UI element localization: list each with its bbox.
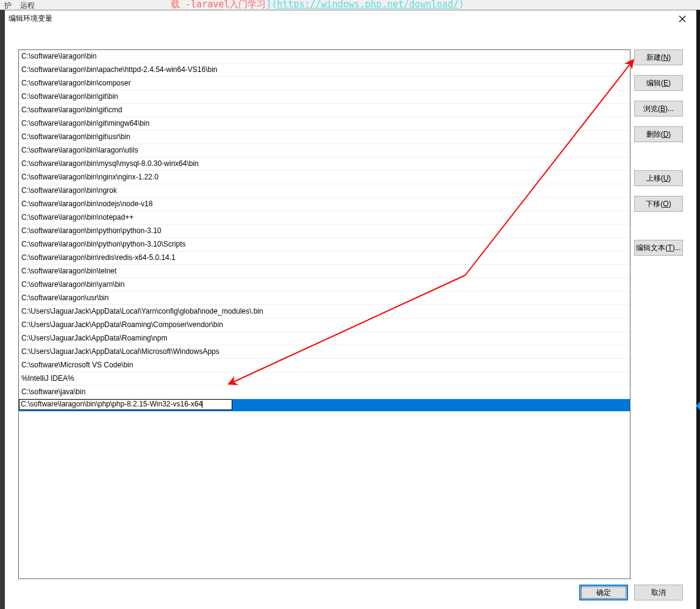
env-edit-dialog: 编辑环境变量 C:\software\laragon\binC:\softwar… [5, 10, 696, 609]
list-item[interactable]: C:\software\laragon\bin\git\mingw64\bin [19, 117, 630, 131]
list-item[interactable]: C:\software\laragon\bin\nginx\nginx-1.22… [19, 171, 630, 184]
path-edit-input[interactable]: C:\software\laragon\bin\php\php-8.2.15-W… [19, 399, 232, 410]
ok-button[interactable]: 确定 [579, 585, 628, 600]
list-item[interactable]: C:\software\laragon\bin\git\cmd [19, 104, 630, 117]
list-item[interactable]: C:\Users\JaguarJack\AppData\Local\Micros… [19, 345, 630, 359]
background-url-text: 载 -laravel入门学习](https://windows.php.net/… [171, 0, 464, 11]
close-button[interactable] [668, 10, 696, 27]
list-item[interactable]: C:\software\Microsoft VS Code\bin [19, 359, 630, 372]
dialog-title: 编辑环境变量 [9, 14, 52, 24]
edit-button[interactable]: 编辑(E) [634, 75, 683, 91]
list-item[interactable]: C:\software\laragon\bin\python\python-3.… [19, 225, 630, 238]
dialog-content: C:\software\laragon\binC:\software\larag… [5, 27, 696, 609]
list-item[interactable]: C:\Users\JaguarJack\AppData\Local\Yarn\c… [19, 305, 630, 319]
list-item[interactable]: C:\software\laragon\bin\apache\httpd-2.4… [19, 63, 630, 77]
list-item[interactable]: C:\software\laragon\bin\mysql\mysql-8.0.… [19, 157, 630, 171]
movedown-button[interactable]: 下移(O) [634, 196, 683, 212]
list-item[interactable]: C:\Users\JaguarJack\AppData\Roaming\Comp… [19, 319, 630, 332]
list-item[interactable]: C:\software\laragon\bin\redis\redis-x64-… [19, 251, 630, 265]
background-left-strip [0, 10, 5, 609]
list-item-editing[interactable]: C:\software\laragon\bin\php\php-8.2.15-W… [19, 399, 630, 411]
side-button-group: 新建(N) 编辑(E) 浏览(B)... 删除(D) 上移(U) 下移(O) 编… [634, 49, 683, 265]
list-item[interactable]: C:\software\laragon\bin\git\usr\bin [19, 131, 630, 144]
titlebar: 编辑环境变量 [5, 10, 696, 27]
list-item[interactable]: C:\software\laragon\bin\laragon\utils [19, 144, 630, 157]
list-item[interactable]: C:\software\laragon\bin\python\python-3.… [19, 238, 630, 251]
list-item[interactable]: C:\software\laragon\bin\composer [19, 77, 630, 90]
list-item[interactable]: C:\Users\JaguarJack\AppData\Roaming\npm [19, 332, 630, 345]
list-item[interactable]: C:\software\laragon\bin\git\bin [19, 90, 630, 104]
cancel-button[interactable]: 取消 [634, 585, 683, 600]
list-item[interactable]: C:\software\laragon\bin\nodejs\node-v18 [19, 198, 630, 211]
list-item[interactable]: C:\software\laragon\bin\telnet [19, 265, 630, 278]
list-item[interactable]: C:\software\laragon\bin\notepad++ [19, 211, 630, 225]
list-item[interactable]: C:\software\laragon\usr\bin [19, 292, 630, 305]
background-caret-icon [696, 402, 700, 410]
list-item[interactable]: %IntelliJ IDEA% [19, 372, 630, 386]
list-item[interactable]: C:\software\laragon\bin [19, 50, 630, 63]
edittext-button[interactable]: 编辑文本(T)... [634, 240, 683, 256]
browse-button[interactable]: 浏览(B)... [634, 101, 683, 117]
close-icon [679, 15, 686, 23]
new-button[interactable]: 新建(N) [634, 49, 683, 65]
moveup-button[interactable]: 上移(U) [634, 170, 683, 186]
text-caret-icon: | [201, 400, 203, 408]
bottom-button-group: 确定 取消 [579, 585, 683, 600]
list-item[interactable]: C:\software\laragon\bin\yarn\bin [19, 278, 630, 292]
delete-button[interactable]: 删除(D) [634, 126, 683, 142]
background-right-strip [696, 10, 700, 609]
list-item[interactable]: C:\software\laragon\bin\ngrok [19, 184, 630, 198]
list-item[interactable]: C:\software\java\bin [19, 386, 630, 399]
path-listbox[interactable]: C:\software\laragon\binC:\software\larag… [18, 49, 630, 579]
